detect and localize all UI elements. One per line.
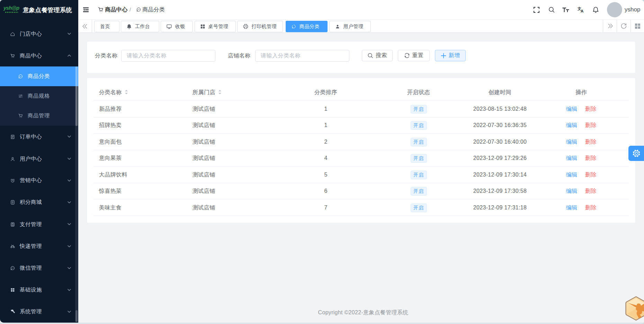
svg-text:A: A [581,9,583,13]
